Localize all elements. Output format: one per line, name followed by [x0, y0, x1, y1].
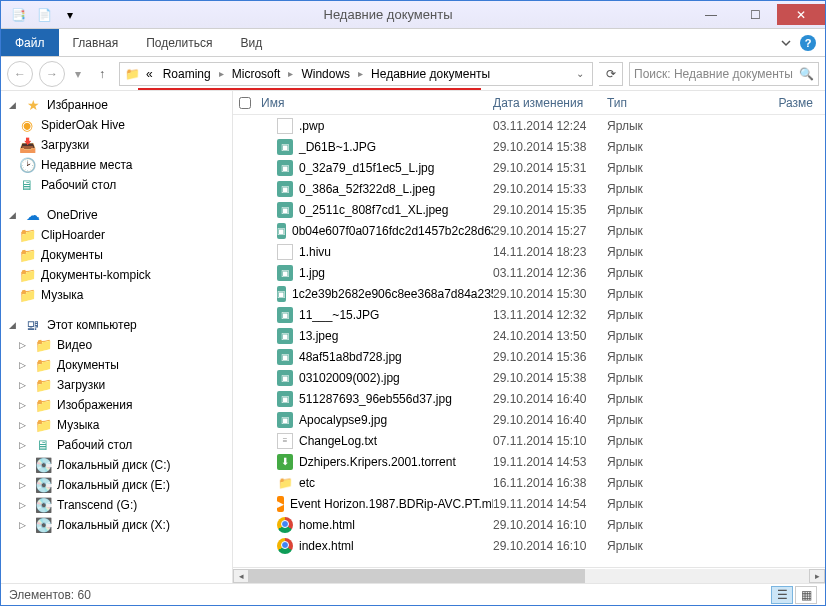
chevron-right-icon[interactable]: ▸ [286, 68, 295, 79]
table-row[interactable]: ▣0_32a79_d15f1ec5_L.jpg29.10.2014 15:31Я… [233, 157, 825, 178]
table-row[interactable]: ▣1.jpg03.11.2014 12:36Ярлык [233, 262, 825, 283]
table-row[interactable]: ▣13.jpeg24.10.2014 13:50Ярлык [233, 325, 825, 346]
minimize-button[interactable]: — [689, 4, 733, 25]
table-row[interactable]: ▣0_2511c_808f7cd1_XL.jpeg29.10.2014 15:3… [233, 199, 825, 220]
table-row[interactable]: 1.hivu14.11.2014 18:23Ярлык [233, 241, 825, 262]
select-all-checkbox[interactable] [239, 97, 251, 109]
chevron-right-icon[interactable]: ▸ [217, 68, 226, 79]
table-row[interactable]: ▣48af51a8bd728.jpg29.10.2014 15:36Ярлык [233, 346, 825, 367]
column-name[interactable]: Имя [257, 96, 493, 110]
scroll-right-button[interactable]: ▸ [809, 569, 825, 583]
sidebar-thispc-header[interactable]: ◢🖳Этот компьютер [1, 315, 232, 335]
breadcrumb-seg[interactable]: Roaming [159, 67, 215, 81]
forward-button[interactable]: → [39, 61, 65, 87]
sidebar-item[interactable]: ▷📁Изображения [1, 395, 232, 415]
table-row[interactable]: ≡ChangeLog.txt07.11.2014 15:10Ярлык [233, 430, 825, 451]
sidebar-onedrive-header[interactable]: ◢☁OneDrive [1, 205, 232, 225]
expand-icon[interactable]: ▷ [19, 360, 29, 370]
table-row[interactable]: ▶Event Horizon.1987.BDRip-AVC.PT.mk..19.… [233, 493, 825, 514]
table-row[interactable]: .pwp03.11.2014 12:24Ярлык [233, 115, 825, 136]
column-type[interactable]: Тип [607, 96, 707, 110]
breadcrumb-seg[interactable]: Microsoft [228, 67, 285, 81]
table-row[interactable]: ▣Apocalypse9.jpg29.10.2014 16:40Ярлык [233, 409, 825, 430]
sidebar-item[interactable]: ▷💽Transcend (G:) [1, 495, 232, 515]
breadcrumb-dropdown-icon[interactable]: ⌄ [572, 68, 588, 79]
sidebar-item-label: Документы [57, 358, 119, 372]
tab-view[interactable]: Вид [226, 29, 276, 56]
sidebar-item-label: Загрузки [57, 378, 105, 392]
table-row[interactable]: 📁etc16.11.2014 16:38Ярлык [233, 472, 825, 493]
table-row[interactable]: ▣0b04e607f0a0716fdc2d1457b2c28d63.j..29.… [233, 220, 825, 241]
expand-icon[interactable]: ▷ [19, 420, 29, 430]
sidebar-item[interactable]: 📁Музыка [1, 285, 232, 305]
properties-icon[interactable]: 📑 [7, 4, 29, 26]
sidebar-item[interactable]: ▷📁Загрузки [1, 375, 232, 395]
sidebar-item[interactable]: ▷📁Музыка [1, 415, 232, 435]
expand-icon[interactable]: ▷ [19, 340, 29, 350]
expand-icon[interactable]: ▷ [19, 400, 29, 410]
table-row[interactable]: ▣11___~15.JPG13.11.2014 12:32Ярлык [233, 304, 825, 325]
sidebar-item[interactable]: 📁Документы [1, 245, 232, 265]
collapse-icon[interactable]: ◢ [9, 210, 19, 220]
expand-ribbon-icon[interactable] [775, 29, 797, 56]
sidebar-item[interactable]: ▷📁Документы [1, 355, 232, 375]
sidebar-item[interactable]: ▷💽Локальный диск (C:) [1, 455, 232, 475]
maximize-button[interactable]: ☐ [733, 4, 777, 25]
scroll-left-button[interactable]: ◂ [233, 569, 249, 583]
file-date: 14.11.2014 18:23 [493, 245, 607, 259]
file-list[interactable]: .pwp03.11.2014 12:24Ярлык▣_D61B~1.JPG29.… [233, 115, 825, 567]
expand-icon[interactable]: ▷ [19, 500, 29, 510]
sidebar-item[interactable]: ▷📁Видео [1, 335, 232, 355]
column-size[interactable]: Разме [707, 96, 825, 110]
chevron-right-icon[interactable]: ▸ [356, 68, 365, 79]
horizontal-scrollbar[interactable]: ◂ ▸ [233, 567, 825, 583]
icons-view-button[interactable]: ▦ [795, 586, 817, 604]
sidebar-item[interactable]: 📁ClipHoarder [1, 225, 232, 245]
collapse-icon[interactable]: ◢ [9, 100, 19, 110]
tab-share[interactable]: Поделиться [132, 29, 226, 56]
sidebar-item[interactable]: ▷🖥Рабочий стол [1, 435, 232, 455]
sidebar[interactable]: ◢★Избранное ◉SpiderOak Hive 📥Загрузки 🕑Н… [1, 91, 233, 583]
table-row[interactable]: ▣03102009(002).jpg29.10.2014 15:38Ярлык [233, 367, 825, 388]
sidebar-item[interactable]: ◉SpiderOak Hive [1, 115, 232, 135]
table-row[interactable]: ▣0_386a_52f322d8_L.jpeg29.10.2014 15:33Я… [233, 178, 825, 199]
help-button[interactable]: ? [797, 29, 819, 56]
breadcrumb-seg[interactable]: Windows [297, 67, 354, 81]
table-row[interactable]: ⬇Dzhipers.Kripers.2001.torrent19.11.2014… [233, 451, 825, 472]
breadcrumb-seg[interactable]: Недавние документы [367, 67, 494, 81]
sidebar-item[interactable]: 📥Загрузки [1, 135, 232, 155]
up-button[interactable]: ↑ [91, 63, 113, 85]
expand-icon[interactable]: ▷ [19, 440, 29, 450]
search-input[interactable]: Поиск: Недавние документы 🔍 [629, 62, 819, 86]
expand-icon[interactable]: ▷ [19, 520, 29, 530]
close-button[interactable]: ✕ [777, 4, 825, 25]
table-row[interactable]: home.html29.10.2014 16:10Ярлык [233, 514, 825, 535]
scroll-thumb[interactable] [249, 569, 585, 583]
details-view-button[interactable]: ☰ [771, 586, 793, 604]
column-date[interactable]: Дата изменения [493, 96, 607, 110]
sidebar-item[interactable]: ▷💽Локальный диск (E:) [1, 475, 232, 495]
sidebar-item[interactable]: 🕑Недавние места [1, 155, 232, 175]
expand-icon[interactable]: ▷ [19, 380, 29, 390]
expand-icon[interactable]: ▷ [19, 460, 29, 470]
file-date: 29.10.2014 15:38 [493, 371, 607, 385]
breadcrumb[interactable]: 📁 « Roaming▸ Microsoft▸ Windows▸ Недавни… [119, 62, 593, 86]
table-row[interactable]: ▣_D61B~1.JPG29.10.2014 15:38Ярлык [233, 136, 825, 157]
table-row[interactable]: ▣511287693_96eb556d37.jpg29.10.2014 16:4… [233, 388, 825, 409]
back-button[interactable]: ← [7, 61, 33, 87]
collapse-icon[interactable]: ◢ [9, 320, 19, 330]
sidebar-item[interactable]: 📁Документы-kompick [1, 265, 232, 285]
sidebar-item[interactable]: ▷💽Локальный диск (X:) [1, 515, 232, 535]
expand-icon[interactable]: ▷ [19, 480, 29, 490]
scroll-track[interactable] [249, 569, 809, 583]
qat-dropdown-icon[interactable]: ▾ [59, 4, 81, 26]
recent-locations-button[interactable]: ▾ [71, 61, 85, 87]
table-row[interactable]: ▣1c2e39b2682e906c8ee368a7d84a235f_f..29.… [233, 283, 825, 304]
tab-home[interactable]: Главная [59, 29, 133, 56]
tab-file[interactable]: Файл [1, 29, 59, 56]
refresh-button[interactable]: ⟳ [599, 62, 623, 86]
new-folder-icon[interactable]: 📄 [33, 4, 55, 26]
sidebar-favorites-header[interactable]: ◢★Избранное [1, 95, 232, 115]
sidebar-item[interactable]: 🖥Рабочий стол [1, 175, 232, 195]
table-row[interactable]: index.html29.10.2014 16:10Ярлык [233, 535, 825, 556]
